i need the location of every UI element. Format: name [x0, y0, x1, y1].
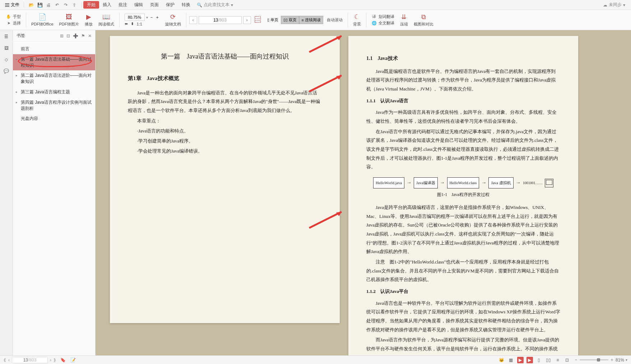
bookmark-item[interactable]: ▸第三篇 Java语言编程主题 — [13, 87, 95, 97]
zoom-value[interactable]: 80.75% — [125, 14, 145, 21]
double-page-icon: ▯▯ — [283, 18, 288, 22]
zoom-in-button[interactable]: ＋ — [610, 357, 614, 363]
close-sidebar-icon[interactable]: ✕ — [88, 33, 92, 38]
bookmark-settings-icon[interactable]: ⚑ — [81, 33, 85, 38]
image-icon: 🖼 — [66, 13, 72, 21]
note-status-icon[interactable]: 📝 — [70, 357, 76, 363]
pdf-to-office-button[interactable]: 📄PDF转Office — [29, 13, 56, 27]
zoom-in-icon[interactable]: ＋ — [155, 14, 159, 20]
record-icon[interactable]: ▶ — [517, 357, 524, 363]
tab-start[interactable]: 开始 — [83, 1, 99, 9]
file-menu[interactable]: 文件 — [2, 2, 22, 8]
separator — [348, 13, 348, 27]
tab-protect[interactable]: 保护 — [162, 2, 178, 8]
expand-triangle-icon[interactable]: ▸ — [16, 57, 18, 62]
sync-status[interactable]: ☁ 未同步 ▾ — [603, 2, 629, 8]
bookmark-status-icon[interactable]: 🔖 — [60, 357, 66, 363]
bookmark-item[interactable]: ▸第一篇 Java语言语法基础——面向过程知识 — [13, 54, 95, 71]
select-translate[interactable]: 译划词翻译 — [371, 14, 394, 20]
search-box[interactable]: 🔍 点此查找文本 ▾ — [197, 2, 233, 8]
tab-page[interactable]: 页面 — [147, 2, 162, 8]
view-single-icon[interactable]: ▯ — [536, 357, 542, 363]
comments-strip-icon[interactable]: 💬 — [3, 67, 10, 75]
save-icon[interactable]: 💾 — [37, 2, 43, 8]
collapse-all-icon[interactable]: ⊟ — [66, 33, 70, 38]
zoom-out-button[interactable]: － — [574, 357, 578, 363]
zoom-slider[interactable] — [580, 359, 608, 360]
zoom-percent: 81% — [616, 358, 624, 363]
read-mode-button[interactable]: 📖阅读模式 — [96, 13, 116, 27]
last-page-button[interactable]: ⟫ — [54, 358, 56, 363]
expand-triangle-icon[interactable]: ▸ — [16, 100, 18, 105]
fit-icon[interactable]: ⊡ — [564, 357, 570, 363]
redo-icon[interactable]: ↷ — [63, 2, 69, 8]
layout-icon: ⿳ — [255, 16, 261, 24]
first-page-button[interactable]: ⟪ — [4, 358, 6, 363]
bookmark-label: 前言 — [21, 46, 29, 51]
page-number-box[interactable]: 13/803 — [199, 16, 242, 24]
prev-page-button[interactable]: ‹ — [8, 358, 10, 363]
diagram-box: Java编译器 — [414, 177, 438, 188]
thumbnails-strip-icon[interactable]: 🖼 — [3, 45, 10, 52]
background-button[interactable]: ☾背景 — [351, 13, 363, 27]
status-page-box[interactable]: 13/803 — [12, 357, 48, 363]
double-page-option[interactable]: ▯▯双页 — [281, 16, 299, 24]
select-tool[interactable]: ➤选择 — [6, 20, 21, 26]
bookmark-item[interactable]: ▸第四篇 Java语言程序设计实例与面试题剖析 — [13, 97, 95, 114]
expand-triangle-icon[interactable]: ▸ — [16, 73, 18, 78]
chevron-down-icon[interactable]: ▾ — [146, 15, 148, 19]
compress-button[interactable]: ⇊压缩 — [398, 13, 410, 27]
pdf-to-image-button[interactable]: 🖼PDF转图片 — [57, 13, 81, 27]
expand-all-icon[interactable]: ⊞ — [60, 33, 64, 38]
zoom-thumb[interactable] — [597, 358, 600, 361]
continuous-read-option[interactable]: ≡连续阅读 — [299, 16, 323, 24]
cat-icon[interactable]: 🐱 — [498, 357, 505, 363]
arrow-icon: → — [516, 178, 521, 188]
record2-icon[interactable]: ▶ — [526, 357, 533, 363]
tab-convert[interactable]: 转换 — [178, 2, 194, 8]
separator — [119, 13, 120, 27]
auto-scroll-button[interactable]: 自动滚动 — [325, 17, 345, 23]
full-translate[interactable]: 🌐全文翻译 — [371, 20, 394, 26]
document-viewport[interactable]: 第一篇 Java语言语法基础——面向过程知识 第1章 Java技术概览 Java… — [96, 30, 631, 355]
chapter-title: 第1章 Java技术概览 — [128, 73, 322, 84]
arrow-icon: → — [407, 178, 412, 188]
paragraph: 注意 图1-2中的"HelloWorld.class"也代表一个应用程序，应用程… — [366, 258, 560, 284]
screenshot-compare-button[interactable]: ⧉截图和对比 — [412, 13, 436, 27]
next-page-button[interactable]: › — [50, 358, 51, 363]
paragraph: Java是跨平台的高级编程语言，这里的平台是指操作系统平台，如Windows、U… — [366, 203, 560, 256]
bookmark-item[interactable]: ▸第二篇 Java语言语法进阶——面向对象知识 — [13, 70, 95, 87]
hand-tool[interactable]: ✋手型 — [6, 14, 21, 20]
tab-insert[interactable]: 插入 — [99, 2, 115, 8]
print-icon[interactable]: 🖨 — [46, 2, 51, 8]
bookmarks-strip-icon[interactable]: ☰ — [3, 33, 10, 40]
chevron-down-icon[interactable]: ▾ — [626, 358, 627, 362]
fit-page-icon[interactable]: ⬍ — [131, 22, 134, 26]
page-layout-button[interactable]: ⿳ — [252, 16, 263, 24]
rotate-button[interactable]: ⟳旋转文档 — [163, 13, 183, 27]
single-page-option[interactable]: ▯单页 — [265, 16, 281, 24]
rotate-label: 旋转文档 — [165, 22, 181, 27]
open-icon[interactable]: 📂 — [28, 2, 34, 8]
tab-annotate[interactable]: 批注 — [115, 2, 131, 8]
expand-triangle-icon[interactable]: ▸ — [16, 90, 18, 94]
moon-icon: ☾ — [354, 13, 360, 21]
add-bookmark-icon[interactable]: ➕ — [73, 33, 78, 38]
view-double-icon[interactable]: ▯▯ — [545, 357, 552, 363]
next-page-button[interactable]: › — [243, 16, 251, 24]
export-icon[interactable]: ⇪ — [71, 2, 77, 8]
undo-icon[interactable]: ↶ — [54, 2, 60, 8]
bookmark-list: 前言 ▸第一篇 Java语言语法基础——面向过程知识 ▸第二篇 Java语言语法… — [13, 42, 95, 126]
attachments-strip-icon[interactable]: ◇ — [3, 56, 10, 63]
prev-page-button[interactable]: ‹ — [189, 16, 197, 24]
chevron-down-icon: ▾ — [231, 3, 233, 8]
bookmark-item[interactable]: 光盘内容 — [13, 113, 95, 124]
bookmark-item[interactable]: 前言 — [13, 44, 95, 54]
grid-icon[interactable]: ▦ — [508, 357, 514, 363]
play-button[interactable]: ▶播放 — [83, 13, 95, 27]
fit-width-icon[interactable]: ⬌ — [125, 22, 128, 26]
tab-edit[interactable]: 编辑 — [131, 2, 147, 8]
actual-size-icon[interactable]: 1:1 — [137, 22, 142, 26]
zoom-out-icon[interactable]: － — [149, 14, 154, 20]
view-continuous-icon[interactable]: ≡ — [555, 357, 561, 363]
